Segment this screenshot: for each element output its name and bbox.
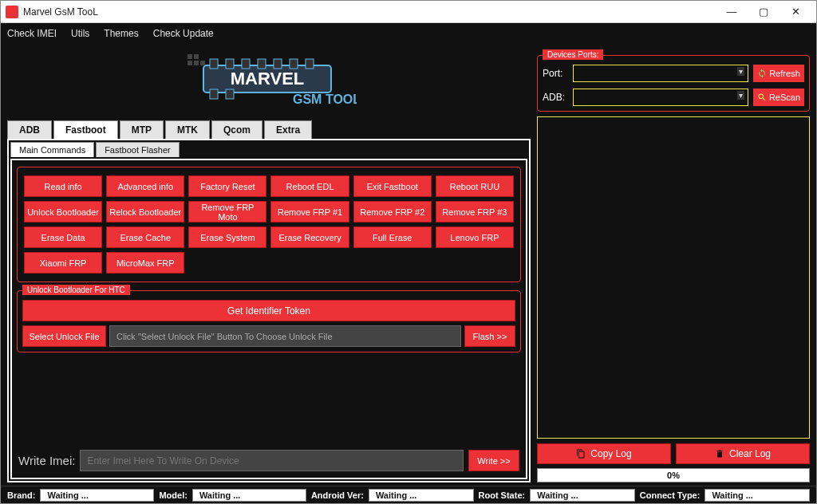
brand-label: Brand: bbox=[7, 490, 35, 500]
log-buttons: Copy Log Clear Log bbox=[537, 443, 810, 464]
svg-rect-1 bbox=[210, 59, 218, 69]
select-unlock-file-button[interactable]: Select Unlock File bbox=[22, 325, 106, 347]
cmd-erase-recovery[interactable]: Erase Recovery bbox=[270, 226, 349, 248]
commands-group: Read infoAdvanced infoFactory ResetReboo… bbox=[17, 167, 521, 282]
port-label: Port: bbox=[543, 68, 568, 79]
rescan-button[interactable]: ReScan bbox=[753, 89, 804, 106]
tab-adb[interactable]: ADB bbox=[7, 120, 52, 139]
sub-tabs: Main Commands Fastboot Flasher bbox=[10, 142, 527, 157]
progress-bar: 0% bbox=[537, 468, 810, 482]
imei-input[interactable] bbox=[80, 450, 464, 471]
menu-check-imei[interactable]: Check IMEI bbox=[7, 28, 57, 39]
rescan-label: ReScan bbox=[769, 93, 800, 102]
refresh-button[interactable]: Refresh bbox=[753, 65, 804, 82]
statusbar: Brand: Waiting ... Model: Waiting ... An… bbox=[1, 486, 816, 503]
trash-icon bbox=[715, 449, 724, 459]
subtab-fastboot-flasher[interactable]: Fastboot Flasher bbox=[96, 142, 180, 157]
cmd-lenovo-frp[interactable]: Lenovo FRP bbox=[436, 226, 514, 248]
svg-rect-16 bbox=[200, 61, 205, 65]
get-identifier-token-button[interactable]: Get Identifier Token bbox=[22, 300, 515, 321]
htc-section: Unlock Bootloader For HTC Get Identifier… bbox=[17, 290, 521, 352]
tab-mtp[interactable]: MTP bbox=[120, 120, 164, 139]
tab-extra[interactable]: Extra bbox=[264, 120, 312, 139]
svg-rect-4 bbox=[258, 59, 266, 69]
unlock-file-path-field[interactable]: Click "Select Unlock File" Button To Cho… bbox=[109, 325, 461, 347]
cmd-xiaomi-frp[interactable]: Xiaomi FRP bbox=[24, 252, 102, 274]
tab-fastboot[interactable]: Fastboot bbox=[53, 120, 118, 139]
workspace: MARVEL GSM TOOL ADB Fastboot MTP MTK Qco… bbox=[1, 44, 816, 486]
cmd-erase-data[interactable]: Erase Data bbox=[24, 226, 102, 248]
tab-mtk[interactable]: MTK bbox=[165, 120, 210, 139]
cmd-erase-system[interactable]: Erase System bbox=[188, 226, 266, 248]
svg-rect-12 bbox=[187, 54, 192, 59]
cmd-exit-fastboot[interactable]: Exit Fastboot bbox=[353, 175, 432, 197]
menu-themes[interactable]: Themes bbox=[104, 28, 138, 39]
maximize-button[interactable]: ▢ bbox=[748, 2, 780, 22]
app-window: Marvel GsM TooL — ▢ ✕ Check IMEI Utils T… bbox=[0, 0, 817, 504]
devices-legend: Devices Ports: bbox=[543, 49, 603, 60]
minimize-button[interactable]: — bbox=[716, 2, 748, 22]
close-button[interactable]: ✕ bbox=[780, 2, 811, 22]
svg-rect-15 bbox=[194, 61, 199, 65]
svg-rect-2 bbox=[226, 59, 234, 69]
android-label: Android Ver: bbox=[311, 490, 364, 500]
right-pane: Devices Ports: Port: Refresh ADB: ReScan bbox=[537, 49, 810, 482]
root-value: Waiting ... bbox=[530, 489, 635, 502]
flash-button[interactable]: Flash >> bbox=[464, 325, 515, 347]
svg-rect-3 bbox=[242, 59, 250, 69]
cmd-factory-reset[interactable]: Factory Reset bbox=[188, 175, 266, 197]
devices-section: Devices Ports: Port: Refresh ADB: ReScan bbox=[537, 55, 810, 112]
cmd-unlock-bootloader[interactable]: Unlock Bootloader bbox=[24, 201, 102, 222]
htc-legend: Unlock Bootloader For HTC bbox=[22, 285, 130, 295]
search-icon bbox=[757, 93, 767, 102]
copy-log-label: Copy Log bbox=[590, 448, 631, 459]
cmd-remove-frp-3[interactable]: Remove FRP #3 bbox=[436, 201, 514, 222]
model-label: Model: bbox=[159, 490, 187, 500]
sub-panel: Read infoAdvanced infoFactory ResetReboo… bbox=[10, 159, 527, 479]
tab-qcom[interactable]: Qcom bbox=[211, 120, 262, 139]
svg-rect-13 bbox=[194, 54, 199, 59]
adb-select[interactable] bbox=[573, 89, 748, 106]
cmd-full-erase[interactable]: Full Erase bbox=[353, 226, 432, 248]
cmd-relock-bootloader[interactable]: Relock Bootloader bbox=[106, 201, 184, 222]
main-tabs: ADB Fastboot MTP MTK Qcom Extra bbox=[7, 120, 531, 139]
write-imei-button[interactable]: Write >> bbox=[468, 450, 519, 471]
clear-log-button[interactable]: Clear Log bbox=[676, 443, 810, 464]
cmd-reboot-ruu[interactable]: Reboot RUU bbox=[436, 175, 514, 197]
cmd-remove-frp-1[interactable]: Remove FRP #1 bbox=[270, 201, 349, 222]
main-panel: Main Commands Fastboot Flasher Read info… bbox=[7, 139, 531, 482]
cmd-micromax-frp[interactable]: MicroMax FRP bbox=[106, 252, 184, 274]
connect-value: Waiting ... bbox=[705, 489, 810, 502]
cmd-advanced-info[interactable]: Advanced info bbox=[106, 175, 184, 197]
svg-rect-5 bbox=[274, 59, 282, 69]
svg-rect-8 bbox=[210, 89, 218, 99]
imei-row: Write Imei: Write >> bbox=[17, 447, 521, 473]
android-value: Waiting ... bbox=[369, 489, 474, 502]
menubar: Check IMEI Utils Themes Check Update bbox=[1, 23, 816, 44]
svg-rect-7 bbox=[306, 59, 314, 69]
imei-label: Write Imei: bbox=[18, 454, 75, 467]
log-area[interactable] bbox=[537, 116, 810, 439]
cmd-reboot-edl[interactable]: Reboot EDL bbox=[270, 175, 349, 197]
app-logo: MARVEL GSM TOOL bbox=[181, 51, 357, 115]
menu-utils[interactable]: Utils bbox=[71, 28, 89, 39]
cmd-erase-cache[interactable]: Erase Cache bbox=[106, 226, 184, 248]
adb-label: ADB: bbox=[543, 92, 568, 103]
svg-rect-14 bbox=[187, 61, 192, 65]
window-controls: — ▢ ✕ bbox=[716, 2, 811, 22]
clear-log-label: Clear Log bbox=[729, 448, 771, 459]
command-grid: Read infoAdvanced infoFactory ResetReboo… bbox=[24, 175, 514, 274]
refresh-icon bbox=[757, 69, 767, 78]
svg-text:MARVEL: MARVEL bbox=[231, 69, 305, 89]
cmd-remove-frp-2[interactable]: Remove FRP #2 bbox=[353, 201, 432, 222]
window-title: Marvel GsM TooL bbox=[23, 6, 716, 18]
cmd-remove-frp-moto[interactable]: Remove FRP Moto bbox=[188, 201, 266, 222]
root-label: Root State: bbox=[479, 490, 526, 500]
copy-log-button[interactable]: Copy Log bbox=[537, 443, 671, 464]
logo-area: MARVEL GSM TOOL bbox=[7, 49, 531, 117]
subtab-main-commands[interactable]: Main Commands bbox=[10, 142, 94, 157]
cmd-read-info[interactable]: Read info bbox=[24, 175, 102, 197]
port-select[interactable] bbox=[573, 65, 748, 82]
brand-value: Waiting ... bbox=[40, 489, 154, 502]
menu-check-update[interactable]: Check Update bbox=[153, 28, 214, 39]
